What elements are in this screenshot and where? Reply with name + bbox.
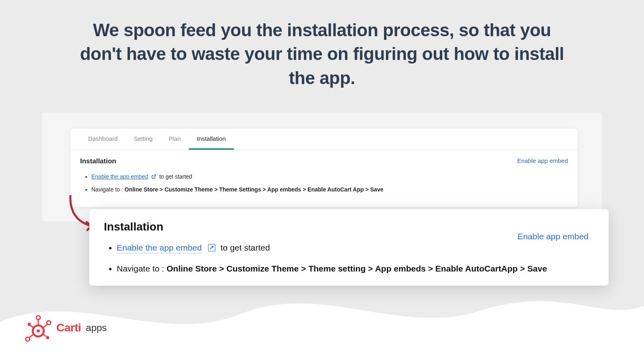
- svg-point-2: [37, 329, 40, 333]
- brand-logo: Carti apps: [23, 312, 107, 343]
- installation-panel: Dashboard Setting Plan Installation Inst…: [70, 129, 578, 207]
- svg-point-10: [46, 336, 50, 339]
- svg-line-9: [43, 334, 46, 337]
- panel-background: Dashboard Setting Plan Installation Inst…: [42, 113, 602, 221]
- svg-line-7: [29, 334, 34, 338]
- svg-line-11: [31, 325, 34, 328]
- zoom-nav-prefix: Navigate to :: [117, 264, 167, 273]
- tab-bar: Dashboard Setting Plan Installation: [70, 129, 578, 150]
- svg-point-12: [28, 323, 31, 326]
- enable-app-embed-link[interactable]: Enable app embed: [517, 157, 568, 164]
- svg-point-4: [36, 316, 40, 320]
- panel-body: Installation Enable app embed Enable the…: [70, 150, 578, 207]
- svg-line-0: [153, 175, 156, 177]
- step-enable: Enable the app embed to get started: [91, 173, 568, 181]
- step-navigate: Navigate to : Online Store > Customize T…: [91, 185, 568, 194]
- brand-name: Carti: [56, 321, 81, 334]
- zoom-step-enable: Enable the app embed to get started: [117, 241, 594, 254]
- panel-title: Installation: [80, 157, 568, 165]
- headline: We spoon feed you the installation proce…: [0, 0, 644, 90]
- svg-line-5: [43, 324, 48, 328]
- logo-icon: [23, 312, 54, 343]
- tab-plan[interactable]: Plan: [161, 129, 189, 150]
- nav-prefix: Navigate to :: [91, 186, 125, 193]
- zoom-step-suffix: to get started: [221, 243, 270, 252]
- nav-path: Online Store > Customize Theme > Theme S…: [125, 186, 384, 193]
- zoom-steps: Enable the app embed to get started Navi…: [104, 241, 594, 275]
- tab-installation[interactable]: Installation: [189, 129, 234, 150]
- zoom-enable-inline-link[interactable]: Enable the app embed: [117, 243, 202, 253]
- external-link-icon: [151, 173, 156, 181]
- enable-embed-inline-link[interactable]: Enable the app embed: [91, 173, 148, 180]
- zoom-nav-path: Online Store > Customize Theme > Theme s…: [167, 264, 547, 273]
- tab-setting[interactable]: Setting: [126, 129, 161, 150]
- svg-point-8: [26, 337, 30, 341]
- zoom-enable-app-embed-link[interactable]: Enable app embed: [518, 232, 588, 241]
- tab-dashboard[interactable]: Dashboard: [80, 129, 126, 150]
- installation-steps: Enable the app embed to get started Navi…: [80, 173, 568, 194]
- zoom-external-link-icon: [208, 244, 215, 251]
- brand-sub: apps: [86, 322, 107, 333]
- svg-point-6: [47, 321, 51, 325]
- step-enable-suffix: to get started: [159, 173, 192, 180]
- zoom-step-navigate: Navigate to : Online Store > Customize T…: [117, 262, 594, 275]
